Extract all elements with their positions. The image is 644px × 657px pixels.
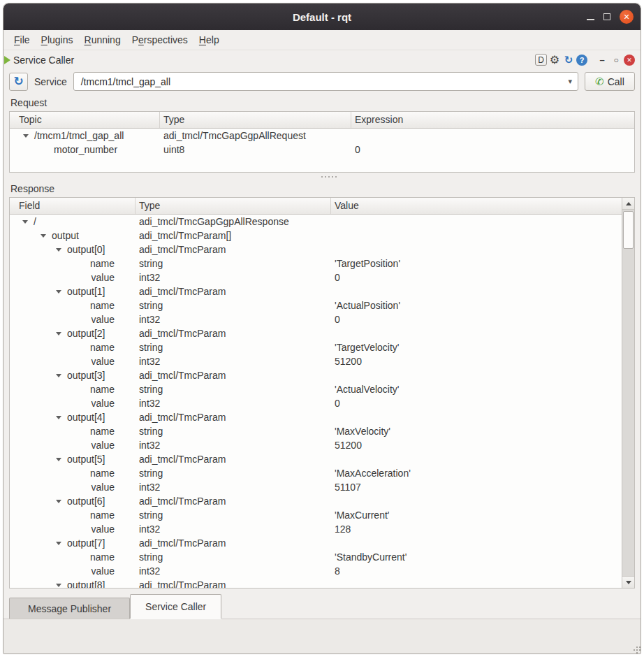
titlebar[interactable]: Default - rqt ✕	[3, 3, 641, 30]
chevron-down-icon[interactable]: ▾	[568, 77, 572, 86]
field-value: 'MaxVelocity'	[331, 424, 622, 438]
table-row[interactable]: /tmcm1/tmcl_gap_alladi_tmcl/TmcGapGgpAll…	[10, 129, 634, 143]
table-row[interactable]: output[6]adi_tmcl/TmcParam	[10, 494, 622, 508]
field-value: 0	[331, 396, 622, 410]
field-name: output[8]	[67, 578, 105, 588]
table-row[interactable]: valueint32128	[10, 522, 622, 536]
column-header-expression[interactable]: Expression	[351, 112, 634, 128]
field-type: adi_tmcl/TmcParam	[136, 284, 331, 298]
field-name: output[4]	[67, 410, 105, 424]
field-name: name	[82, 298, 115, 312]
table-row[interactable]: /adi_tmcl/TmcGapGgpAllResponse	[10, 215, 622, 229]
expand-arrow-icon[interactable]	[56, 290, 61, 294]
window-maximize-icon[interactable]	[603, 13, 610, 20]
expand-arrow-icon[interactable]	[56, 584, 61, 587]
plugin-minimize-icon[interactable]: –	[596, 54, 608, 66]
expand-arrow-icon[interactable]	[56, 458, 61, 461]
column-header-topic[interactable]: Topic	[10, 112, 160, 128]
table-row[interactable]: output[2]adi_tmcl/TmcParam	[10, 326, 622, 340]
table-row[interactable]: namestring'ActualPosition'	[10, 298, 622, 312]
field-name: value	[82, 354, 115, 368]
table-row[interactable]: output[4]adi_tmcl/TmcParam	[10, 410, 622, 424]
field-type: int32	[136, 480, 331, 494]
table-row[interactable]: namestring'ActualVelocity'	[10, 382, 622, 396]
field-name: name	[82, 466, 115, 480]
table-row[interactable]: namestring'StandbyCurrent'	[10, 550, 622, 564]
expand-arrow-icon[interactable]	[41, 234, 46, 238]
expand-arrow-icon[interactable]	[56, 500, 61, 503]
field-value: 0	[331, 270, 622, 284]
table-row[interactable]: output[5]adi_tmcl/TmcParam	[10, 452, 622, 466]
table-row[interactable]: valueint320	[10, 312, 622, 326]
refresh-services-button[interactable]: ↻	[9, 73, 28, 91]
field-type: int32	[136, 312, 331, 326]
window-minimize-icon[interactable]	[587, 19, 594, 20]
splitter-handle[interactable]	[3, 173, 641, 181]
window-close-icon[interactable]: ✕	[620, 10, 634, 24]
menu-help[interactable]: Help	[193, 32, 225, 48]
menu-perspectives[interactable]: Perspectives	[126, 32, 193, 48]
table-row[interactable]: motor_numberuint80	[10, 143, 634, 157]
table-row[interactable]: valueint3251107	[10, 480, 622, 494]
menu-running[interactable]: Running	[79, 32, 126, 48]
table-row[interactable]: valueint3251200	[10, 354, 622, 368]
response-table-header[interactable]: Field Type Value	[10, 198, 622, 215]
field-value	[331, 284, 622, 298]
field-value	[331, 410, 622, 424]
expand-arrow-icon[interactable]	[56, 542, 61, 545]
column-header-field[interactable]: Field	[10, 198, 136, 214]
table-row[interactable]: output[0]adi_tmcl/TmcParam	[10, 243, 622, 257]
table-row[interactable]: valueint320	[10, 270, 622, 284]
expand-arrow-icon[interactable]	[56, 416, 61, 419]
table-row[interactable]: output[7]adi_tmcl/TmcParam	[10, 536, 622, 550]
request-table-body: /tmcm1/tmcl_gap_alladi_tmcl/TmcGapGgpAll…	[10, 129, 634, 157]
response-table-body: /adi_tmcl/TmcGapGgpAllResponseoutputadi_…	[10, 215, 622, 588]
column-header-type[interactable]: Type	[160, 112, 351, 128]
call-button-label: Call	[608, 76, 624, 87]
expand-arrow-icon[interactable]	[56, 332, 61, 335]
table-row[interactable]: namestring'TargetPosition'	[10, 257, 622, 270]
table-row[interactable]: output[1]adi_tmcl/TmcParam	[10, 284, 622, 298]
table-row[interactable]: namestring'MaxVelocity'	[10, 424, 622, 438]
field-name: output[5]	[67, 452, 105, 466]
table-row[interactable]: namestring'MaxCurrent'	[10, 508, 622, 522]
field-value	[331, 215, 622, 229]
table-row[interactable]: valueint320	[10, 396, 622, 410]
service-combobox[interactable]: /tmcm1/tmcl_gap_all ▾	[73, 72, 578, 91]
scrollbar-thumb[interactable]	[623, 211, 634, 249]
field-type: int32	[136, 564, 331, 578]
expand-arrow-icon[interactable]	[22, 220, 28, 224]
vertical-scrollbar[interactable]	[622, 198, 634, 588]
resize-grip[interactable]	[636, 649, 638, 651]
column-header-type[interactable]: Type	[136, 198, 331, 214]
service-combobox-value: /tmcm1/tmcl_gap_all	[81, 76, 170, 87]
table-row[interactable]: outputadi_tmcl/TmcParam[]	[10, 229, 622, 243]
menu-plugins[interactable]: Plugins	[36, 32, 79, 48]
tab-message-publisher[interactable]: Message Publisher	[9, 598, 130, 619]
table-row[interactable]: namestring'MaxAcceleration'	[10, 466, 622, 480]
dock-button[interactable]: D	[535, 54, 547, 66]
tab-service-caller[interactable]: Service Caller	[130, 594, 221, 619]
scroll-up-icon	[626, 202, 631, 205]
call-button[interactable]: ✆ Call	[585, 72, 635, 91]
help-icon[interactable]: ?	[576, 55, 587, 66]
table-row[interactable]: output[8]adi_tmcl/TmcParam	[10, 578, 622, 588]
table-row[interactable]: valueint328	[10, 564, 622, 578]
table-row[interactable]: output[3]adi_tmcl/TmcParam	[10, 368, 622, 382]
gear-icon[interactable]: ⚙	[548, 54, 561, 66]
plugin-close-icon[interactable]: ✕	[624, 55, 635, 66]
field-type: adi_tmcl/TmcParam	[136, 578, 331, 588]
scroll-up-button[interactable]	[622, 198, 634, 210]
expand-arrow-icon[interactable]	[56, 248, 61, 252]
reload-plugin-icon[interactable]: ↻	[562, 54, 575, 66]
plugin-undock-icon[interactable]: ○	[610, 54, 622, 66]
table-row[interactable]: namestring'TargetVelocity'	[10, 340, 622, 354]
expand-arrow-icon[interactable]	[23, 134, 29, 138]
scroll-down-button[interactable]	[622, 576, 634, 588]
menu-file[interactable]: File	[8, 32, 36, 48]
column-header-value[interactable]: Value	[331, 198, 622, 214]
field-type: string	[136, 298, 331, 312]
request-table-header[interactable]: Topic Type Expression	[10, 112, 634, 129]
expand-arrow-icon[interactable]	[56, 374, 61, 377]
table-row[interactable]: valueint3251200	[10, 438, 622, 452]
